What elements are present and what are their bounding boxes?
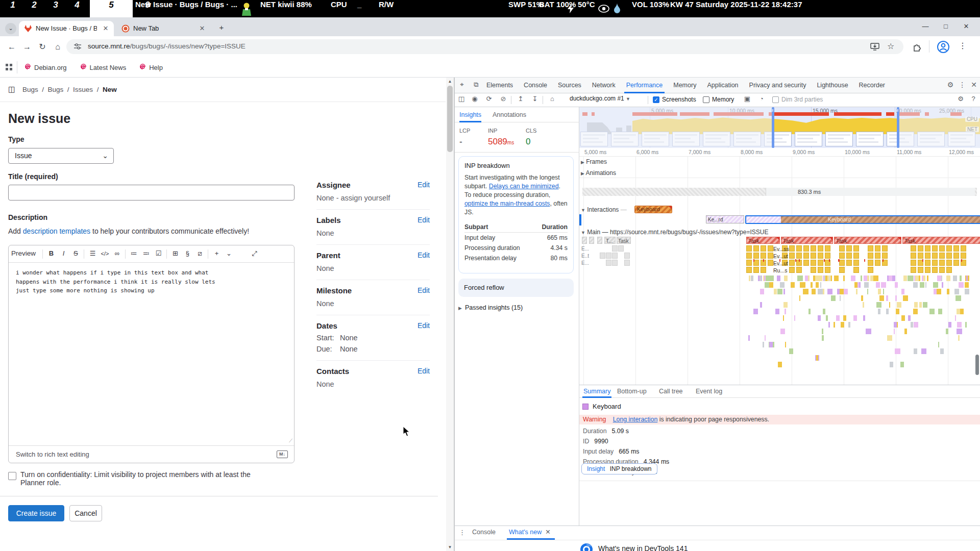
- js-event-bar[interactable]: [953, 245, 959, 252]
- interaction-keyboard-short-bar[interactable]: Ke...rd: [706, 215, 744, 223]
- js-event-bar[interactable]: [746, 245, 752, 252]
- js-event-bar[interactable]: [925, 267, 930, 273]
- bookmark-debian-org[interactable]: Debian.org: [24, 63, 67, 71]
- help-icon[interactable]: ?: [968, 95, 979, 103]
- gray-task-bar[interactable]: Task: [617, 237, 631, 244]
- url-bar[interactable]: source.mnt.re/bugs/bugs/-/issues/new?typ…: [66, 39, 903, 54]
- devtools-tab-sources[interactable]: Sources: [558, 78, 581, 93]
- js-event-bar[interactable]: [825, 245, 830, 252]
- tab-insights[interactable]: Insights: [459, 107, 481, 122]
- js-event-bar[interactable]: [961, 253, 966, 259]
- dim-3rd-parties-checkbox[interactable]: [772, 96, 779, 103]
- js-event-bar[interactable]: [746, 260, 752, 266]
- edit-link-assignee[interactable]: Edit: [418, 181, 430, 189]
- js-event-bar[interactable]: [846, 245, 852, 252]
- js-event-bar[interactable]: [811, 253, 816, 259]
- forced-reflow-card[interactable]: Forced reflow: [458, 279, 574, 297]
- js-event-bar[interactable]: [918, 267, 923, 273]
- long-interaction-link[interactable]: Long interaction: [613, 416, 658, 423]
- confidentiality-checkbox[interactable]: [8, 472, 16, 480]
- js-event-bar[interactable]: [946, 253, 952, 259]
- long-task-bar[interactable]: Task: [746, 237, 780, 244]
- reload-icon[interactable]: ↻: [36, 40, 49, 54]
- gray-task-bar[interactable]: [589, 237, 594, 244]
- js-event-bar[interactable]: [853, 267, 859, 273]
- insight-chip[interactable]: Insight INP breakdown: [581, 463, 657, 474]
- long-task-bar[interactable]: Task: [902, 237, 980, 244]
- js-event-bar[interactable]: [911, 253, 916, 259]
- bookmark-help[interactable]: Help: [139, 63, 163, 71]
- profile-avatar[interactable]: [937, 41, 949, 55]
- code-icon[interactable]: </>: [99, 245, 111, 262]
- js-event-bar[interactable]: [753, 253, 759, 259]
- js-event-bar[interactable]: [746, 267, 752, 273]
- long-task-bar[interactable]: Task: [834, 237, 901, 244]
- js-event-bar[interactable]: [818, 260, 823, 266]
- device-toolbar-icon[interactable]: ⧉: [471, 81, 481, 89]
- browser-menu-icon[interactable]: ⋮: [959, 41, 967, 51]
- inp-breakdown-card[interactable]: INP breakdown Start investigating with t…: [458, 156, 574, 273]
- plus-icon[interactable]: +: [210, 245, 223, 262]
- devtools-tab-console[interactable]: Console: [524, 78, 547, 93]
- window-close-button[interactable]: ✕: [960, 22, 973, 32]
- animations-track-header[interactable]: ▶ Animations: [581, 169, 616, 177]
- summary-tab-summary[interactable]: Summary: [583, 385, 610, 398]
- screenshot-thumbnail[interactable]: [856, 132, 884, 146]
- workspace-button-1[interactable]: 1: [4, 0, 21, 17]
- scroll-up-icon[interactable]: ▲: [447, 79, 453, 84]
- js-event-bar[interactable]: [853, 245, 859, 252]
- js-event-bar[interactable]: [803, 260, 809, 266]
- js-event-bar[interactable]: [911, 245, 916, 252]
- workspace-button-5[interactable]: 5: [90, 0, 133, 17]
- js-event-bar[interactable]: [939, 253, 945, 259]
- resize-handle-icon[interactable]: ⟋: [289, 438, 292, 444]
- forward-icon[interactable]: →: [20, 40, 34, 54]
- bookmark-star-icon[interactable]: ☆: [887, 41, 894, 51]
- italic-icon[interactable]: I: [57, 245, 69, 262]
- js-event-bar[interactable]: [746, 253, 752, 259]
- description-templates-link[interactable]: description templates: [23, 227, 90, 235]
- screenshot-thumbnail[interactable]: [795, 132, 822, 146]
- js-event-bar[interactable]: [846, 253, 852, 259]
- js-event-bar[interactable]: [918, 245, 923, 252]
- js-event-bar[interactable]: [811, 245, 816, 252]
- drawer-menu-icon[interactable]: ⋮: [459, 529, 465, 536]
- record-reload-icon[interactable]: ⟳: [483, 95, 495, 103]
- js-event-bar[interactable]: [953, 260, 959, 266]
- js-event-bar[interactable]: [839, 260, 845, 266]
- js-event-bar[interactable]: [853, 253, 859, 259]
- memory-checkbox[interactable]: [703, 96, 709, 103]
- extensions-icon[interactable]: [913, 42, 922, 54]
- drawer-tab-whats-new[interactable]: What's new✕: [509, 526, 551, 539]
- screenshot-thumbnail[interactable]: [825, 132, 853, 146]
- js-event-bar[interactable]: [882, 245, 888, 252]
- main-track-header[interactable]: ▼ Main — https://source.mnt.re/bugs/bugs…: [581, 229, 768, 236]
- site-info-icon[interactable]: [74, 42, 82, 53]
- strikethrough-icon[interactable]: S: [69, 245, 82, 262]
- js-event-bar[interactable]: [789, 245, 795, 252]
- devtools-tab-recorder[interactable]: Recorder: [859, 78, 885, 93]
- js-event-bar[interactable]: [853, 260, 859, 266]
- edit-link-milestone[interactable]: Edit: [418, 286, 430, 294]
- summary-tab-bottom-up[interactable]: Bottom-up: [617, 385, 647, 398]
- js-event-bar[interactable]: [768, 245, 773, 252]
- js-event-bar[interactable]: [818, 267, 823, 273]
- breadcrumb[interactable]: Bugs / Bugs / Issues / New: [22, 86, 117, 93]
- tab-annotations[interactable]: Annotations: [493, 107, 526, 122]
- js-event-bar[interactable]: [932, 245, 938, 252]
- js-event-bar[interactable]: [753, 245, 759, 252]
- bold-icon[interactable]: B: [45, 245, 57, 262]
- switch-rich-text-button[interactable]: Switch to rich text editing: [16, 450, 89, 458]
- js-event-bar[interactable]: [753, 267, 759, 273]
- type-select[interactable]: Issue⌄: [8, 148, 114, 164]
- passed-insights-toggle[interactable]: ▶Passed insights (15): [458, 304, 523, 311]
- js-event-bar[interactable]: [875, 253, 880, 259]
- overview-right-handle[interactable]: [897, 107, 899, 148]
- drawer-tab-close-icon[interactable]: ✕: [545, 529, 550, 536]
- task-list-icon[interactable]: ☑: [152, 245, 164, 262]
- interaction-keyboard-bar[interactable]: Keyboard: [634, 206, 672, 213]
- devtools-close-icon[interactable]: ✕: [971, 81, 977, 89]
- tab-new-tab[interactable]: New Tab ✕: [116, 21, 210, 36]
- gray-task-bar[interactable]: T...: [604, 237, 616, 244]
- frames-track-header[interactable]: ▶ Frames: [581, 158, 607, 165]
